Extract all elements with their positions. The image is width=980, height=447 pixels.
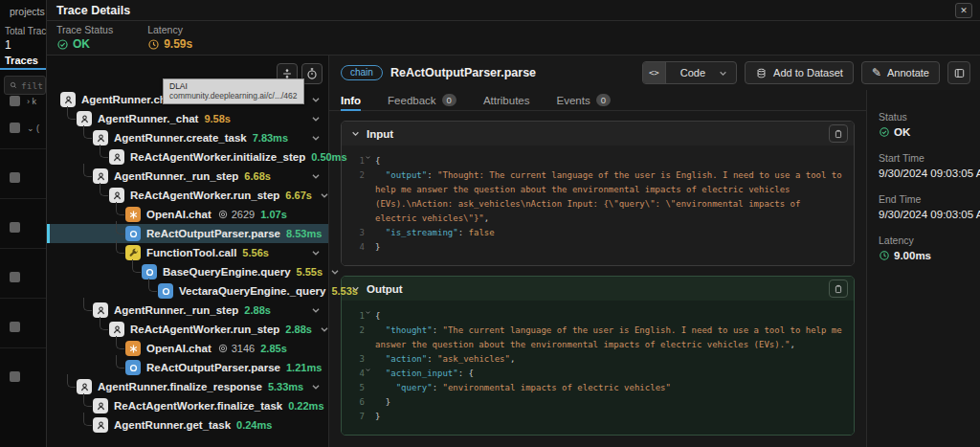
code-text: "output": "Thought: The current language… <box>375 168 846 226</box>
line-number: 2 <box>344 324 365 352</box>
span-latency: 0.50ms <box>311 151 346 163</box>
tree-row[interactable]: AgentRunner._run_step2.88s <box>47 301 328 320</box>
tree-connector <box>83 393 92 407</box>
copy-output-button[interactable] <box>829 279 848 298</box>
token-icon <box>217 209 229 220</box>
tree-row[interactable]: FunctionTool.call5.56s <box>47 243 328 262</box>
input-card-header[interactable]: Input <box>342 122 854 145</box>
latency-label: Latency <box>879 235 976 246</box>
chevron-down-icon[interactable] <box>309 131 323 145</box>
code-text: "action_input": { <box>375 367 846 381</box>
tree-row[interactable]: AgentRunner.get_task0.24ms <box>47 415 328 435</box>
span-name: ReActAgentWorker.finalize_task <box>114 400 282 412</box>
annotate-button[interactable]: ✎ Annotate <box>861 61 940 84</box>
span-name: AgentRunner._run_step <box>114 170 238 182</box>
check-circle-icon <box>879 126 890 138</box>
code-text: "is_streaming": false <box>375 226 846 240</box>
tab-info[interactable]: Info <box>341 90 361 110</box>
code-text: } <box>375 410 846 424</box>
tab-feedback[interactable]: Feedback0 <box>388 90 457 110</box>
span-tree: AgentRunner.chat9.59sAgentRunner._chat9.… <box>47 90 328 435</box>
trace-row-expander[interactable]: › k <box>27 97 36 106</box>
tree-row[interactable]: OpenAI.chat26291.07s <box>47 205 328 224</box>
close-button[interactable]: ✕ <box>955 3 972 18</box>
code-line: 7} <box>344 410 846 424</box>
tree-row[interactable]: OpenAI.chat31462.85s <box>47 339 328 358</box>
trace-row-checkbox[interactable] <box>10 222 20 233</box>
trace-row-expander[interactable]: ⌄ ( <box>27 123 39 133</box>
tree-connector <box>83 164 92 177</box>
chevron-down-icon[interactable] <box>309 112 323 125</box>
trace-row-checkbox[interactable] <box>10 172 20 183</box>
input-title: Input <box>367 128 393 140</box>
tab-attributes[interactable]: Attributes <box>483 90 530 110</box>
tab-events[interactable]: Events0 <box>556 90 610 110</box>
trace-latency-label: Latency <box>147 24 192 35</box>
chevron-down-icon[interactable] <box>318 189 331 202</box>
trace-row-checkbox[interactable] <box>10 96 20 106</box>
trace-status-block: Trace Status OK <box>56 24 113 55</box>
page-title: Trace Details <box>56 4 130 17</box>
chevron-down-icon[interactable] <box>309 246 323 259</box>
tree-row[interactable]: ReActAgentWorker.run_step6.67s <box>47 186 328 205</box>
tree-row[interactable]: AgentRunner._run_step6.68s <box>47 167 328 186</box>
row-divider <box>0 347 46 348</box>
trace-filter-input[interactable]: filt <box>4 76 46 95</box>
fold-spacer <box>365 240 375 255</box>
close-icon: ✕ <box>960 6 968 15</box>
tooltip-title: DLAI <box>169 81 298 91</box>
end-time-label: End Time <box>879 193 976 205</box>
tree-connector <box>100 145 108 158</box>
code-icon: <> <box>643 62 666 83</box>
line-number: 5 <box>344 381 365 395</box>
toggle-details-panel-button[interactable] <box>947 61 970 84</box>
input-json: 1{2 "output": "Thought: The current lang… <box>342 145 854 265</box>
line-number: 7 <box>344 410 365 424</box>
tree-connector <box>100 183 108 196</box>
stopwatch-icon <box>305 67 319 80</box>
code-dropdown-button[interactable]: <> Code <box>642 61 737 84</box>
chevron-down-icon <box>717 67 736 79</box>
stopwatch-button[interactable] <box>301 63 323 84</box>
trace-row-checkbox[interactable] <box>10 322 20 332</box>
tool-icon <box>125 245 141 260</box>
chevron-down-icon[interactable] <box>309 169 323 183</box>
trace-row-checkbox[interactable] <box>10 371 20 382</box>
chevron-down-icon[interactable] <box>309 380 323 393</box>
output-json: 1{2 "thought": "The current language of … <box>342 301 854 435</box>
chevron-down-icon[interactable] <box>318 323 331 336</box>
trace-row-checkbox[interactable] <box>10 272 20 282</box>
span-name: ReActAgentWorker.run_step <box>130 324 279 335</box>
tree-row[interactable]: ReActOutputParser.parse8.53ms <box>47 224 328 243</box>
tree-connector <box>116 355 124 369</box>
tree-row[interactable]: ReActOutputParser.parse1.21ms <box>47 358 328 377</box>
tree-row[interactable]: AgentRunner.create_task7.83ms <box>47 128 328 147</box>
fold-spacer <box>365 168 375 226</box>
trace-row-checkbox[interactable] <box>10 123 20 133</box>
chevron-down-icon[interactable] <box>328 265 342 279</box>
code-text: "thought": "The current language of the … <box>375 324 846 352</box>
breadcrumb[interactable]: projects› <box>10 6 46 17</box>
agent-icon <box>109 188 124 203</box>
tree-row[interactable]: BaseQueryEngine.query5.55s <box>47 262 328 281</box>
tree-connector <box>83 413 92 426</box>
llm-icon <box>125 341 141 356</box>
agent-icon <box>93 302 108 318</box>
add-to-dataset-button[interactable]: Add to Dataset <box>745 61 854 84</box>
status-label: Status <box>879 111 976 123</box>
span-name: ReActOutputParser.parse <box>146 362 280 373</box>
total-traces-label: Total Traces <box>5 26 46 36</box>
span-name: AgentRunner.create_task <box>114 132 247 144</box>
output-card-header[interactable]: Output <box>342 277 854 301</box>
copy-input-button[interactable] <box>829 124 848 143</box>
span-meta-panel: Status OK Start Time 9/30/2024 09:03:05 … <box>866 90 980 447</box>
tree-row[interactable]: ReActAgentWorker.run_step2.88s <box>47 320 328 339</box>
tab-traces[interactable]: Traces <box>5 55 38 66</box>
span-name: AgentRunner._run_step <box>114 304 238 316</box>
status-value: OK <box>879 126 976 138</box>
copy-icon <box>833 128 844 140</box>
token-count: 3146 <box>217 343 255 354</box>
chevron-down-icon[interactable] <box>309 303 323 317</box>
tree-connector <box>83 298 92 311</box>
chevron-down-icon[interactable] <box>309 93 323 106</box>
